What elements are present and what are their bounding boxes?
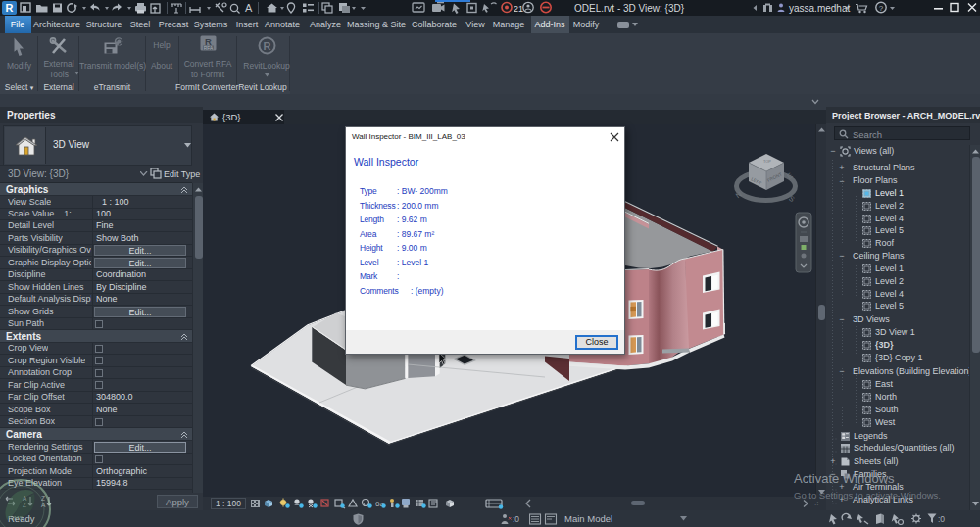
svg-text:A: A — [245, 2, 253, 14]
svg-text:R: R — [264, 40, 271, 52]
svg-text::0: :0 — [938, 514, 945, 524]
svg-text:21: 21 — [514, 4, 523, 14]
svg-text:R: R — [6, 2, 14, 14]
svg-text:LMS: LMS — [11, 515, 23, 521]
svg-text:?: ? — [879, 4, 884, 13]
svg-text:TOP: TOP — [763, 160, 771, 164]
svg-text:RFA: RFA — [204, 46, 214, 51]
